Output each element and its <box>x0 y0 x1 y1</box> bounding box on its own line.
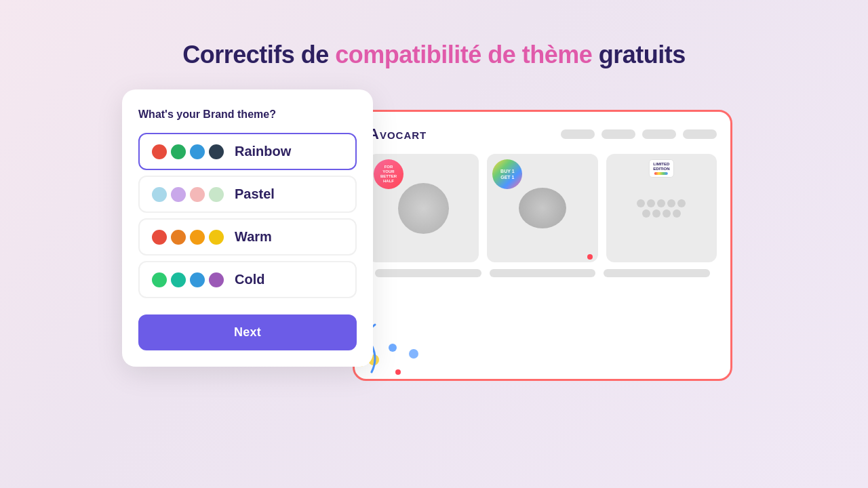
rainbow-dots <box>152 144 224 159</box>
dot-purple <box>209 272 224 287</box>
nav-pill-4 <box>683 129 717 139</box>
theme-question: What's your Brand theme? <box>138 108 357 121</box>
main-content: What's your Brand theme? Rainbow Pastel <box>122 89 746 381</box>
nav-pill-3 <box>642 129 676 139</box>
rainbow-label: Rainbow <box>235 144 291 159</box>
dot-teal <box>171 272 186 287</box>
badge-1: FORYOURBETTERHALF <box>374 159 403 189</box>
theme-selector-card: What's your Brand theme? Rainbow Pastel <box>122 89 373 367</box>
theme-option-warm[interactable]: Warm <box>138 218 357 256</box>
preview-logo: Avocart <box>368 125 427 143</box>
product-grid: FORYOURBETTERHALF BUY 1GET 1 <box>368 154 717 262</box>
preview-nav <box>561 129 717 139</box>
product-shape-3 <box>634 199 688 218</box>
dot-lightblue <box>152 187 167 202</box>
nav-pill-1 <box>561 129 595 139</box>
dot-navy <box>209 144 224 159</box>
next-button[interactable]: Next <box>138 314 357 350</box>
dot-blue <box>190 144 205 159</box>
preview-header: Avocart <box>368 125 717 143</box>
title-highlight: compatibilité de thème <box>335 41 592 68</box>
theme-option-rainbow[interactable]: Rainbow <box>138 133 357 170</box>
dot-lavender <box>171 187 186 202</box>
dot-orange <box>171 230 186 245</box>
title-before: Correctifs de <box>182 41 335 68</box>
warm-dots <box>152 230 224 245</box>
preview-card: Avocart FORYOURBETTERHALF BUY <box>353 110 732 381</box>
dot-amber <box>190 230 205 245</box>
label-2 <box>490 269 596 277</box>
label-1 <box>375 269 481 277</box>
dot-cobalt <box>190 272 205 287</box>
dot-warmred <box>152 230 167 245</box>
warm-label: Warm <box>235 229 272 245</box>
badge-2: BUY 1GET 1 <box>492 159 522 189</box>
product-card-3: LIMITEDEDITION <box>606 154 717 262</box>
nav-pill-2 <box>601 129 635 139</box>
theme-option-cold[interactable]: Cold <box>138 261 357 298</box>
product-card-1: FORYOURBETTERHALF <box>368 154 479 262</box>
red-indicator-1 <box>587 254 593 260</box>
page-header: Correctifs de compatibilité de thème gra… <box>182 41 686 69</box>
page-title: Correctifs de compatibilité de thème gra… <box>182 41 686 69</box>
theme-option-pastel[interactable]: Pastel <box>138 176 357 213</box>
pastel-label: Pastel <box>235 186 275 202</box>
dot-lightgreen <box>209 187 224 202</box>
dot-yellow <box>209 230 224 245</box>
cold-dots <box>152 272 224 287</box>
title-after: gratuits <box>592 41 686 68</box>
label-3 <box>604 269 710 277</box>
badge-3: LIMITEDEDITION <box>649 159 673 178</box>
product-shape-2 <box>519 188 566 228</box>
product-shape-1 <box>398 183 449 234</box>
pastel-dots <box>152 187 224 202</box>
cold-label: Cold <box>235 272 264 287</box>
dot-red <box>152 144 167 159</box>
product-card-2: BUY 1GET 1 <box>487 154 597 262</box>
dot-green <box>171 144 186 159</box>
dot-pink <box>190 187 205 202</box>
dot-emerald <box>152 272 167 287</box>
product-footer <box>368 269 717 277</box>
